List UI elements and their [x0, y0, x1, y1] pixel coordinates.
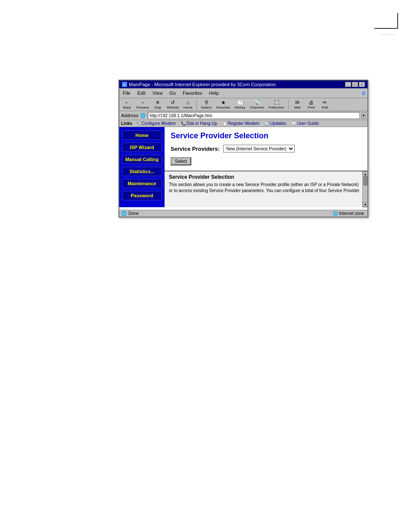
- user-guide-icon: 📖: [291, 121, 296, 126]
- sp-label: Service Providers:: [171, 146, 220, 152]
- title-bar-left: e MainPage - Microsoft Internet Explorer…: [122, 82, 276, 87]
- address-bar: Address 🌐 http://192.168.1.1/MainPage.ht…: [119, 111, 367, 120]
- updates-icon: 🔄: [265, 121, 269, 126]
- stop-button[interactable]: ✕ Stop: [152, 99, 164, 110]
- link-updates-label: Updates: [270, 121, 286, 126]
- status-zone-text: Internet zone: [339, 211, 364, 216]
- refresh-button[interactable]: ↺ Refresh: [165, 99, 180, 110]
- browser-window: e MainPage - Microsoft Internet Explorer…: [118, 80, 368, 218]
- menu-favorites[interactable]: Favorites: [181, 90, 204, 96]
- print-label: Print: [308, 106, 314, 109]
- home-icon: ⌂: [187, 100, 190, 106]
- channels-icon: 📡: [254, 100, 260, 106]
- nav-isp-wizard[interactable]: ISP Wizard: [122, 143, 162, 152]
- mail-icon: ✉: [295, 100, 299, 106]
- scrollbar-up-button[interactable]: ▲: [363, 171, 367, 177]
- status-left: 🌐 Done: [121, 211, 333, 216]
- ie-icon: e: [122, 82, 127, 87]
- nav-statistics[interactable]: Statistics...: [122, 167, 162, 176]
- refresh-label: Refresh: [167, 106, 179, 109]
- link-configure-modem-label: Configure Modem: [141, 121, 175, 126]
- left-nav: Home ISP Wizard Manual Calling Statistic…: [119, 127, 165, 207]
- link-user-guide-label: User Guide: [297, 121, 319, 126]
- corner-dots: .......: [382, 31, 396, 36]
- nav-home[interactable]: Home: [122, 131, 162, 140]
- home-label: Home: [184, 106, 193, 109]
- sp-dropdown[interactable]: New (Internet Service Provider): [223, 145, 295, 152]
- dial-icon: 📞: [181, 121, 186, 126]
- back-button[interactable]: ← Back: [121, 99, 133, 110]
- link-register-label: Register Modem: [228, 121, 259, 126]
- page-content: Home ISP Wizard Manual Calling Statistic…: [119, 127, 367, 207]
- print-icon: 🖨: [308, 100, 314, 106]
- status-done-icon: 🌐: [121, 211, 127, 216]
- bottom-panel-scrollbar[interactable]: ▲ ▼: [362, 171, 367, 207]
- link-configure-modem[interactable]: 🔧 Configure Modem: [134, 121, 177, 126]
- status-right: 🌐 Internet zone: [333, 211, 366, 216]
- menu-bar: File Edit View Go Favorites Help e: [119, 88, 367, 98]
- home-button[interactable]: ⌂ Home: [182, 99, 194, 110]
- minimize-button[interactable]: _: [345, 82, 351, 87]
- toolbar-sep-1: [196, 100, 197, 110]
- menu-go[interactable]: Go: [168, 90, 177, 96]
- menu-file[interactable]: File: [121, 90, 132, 96]
- link-dial-hang-up[interactable]: 📞 Dial or Hang Up: [179, 121, 219, 126]
- address-dropdown[interactable]: ▼: [361, 112, 366, 119]
- register-icon: 📋: [222, 121, 227, 126]
- search-button[interactable]: ⚲ Search: [199, 99, 213, 110]
- main-content-area: Service Provider Selection Service Provi…: [165, 127, 367, 207]
- bottom-panel-text: This section allows you to create a new …: [169, 182, 363, 194]
- link-dial-label: Dial or Hang Up: [187, 121, 217, 126]
- link-register-modem[interactable]: 📋 Register Modem: [221, 121, 261, 126]
- status-zone-icon: 🌐: [333, 211, 338, 216]
- link-updates[interactable]: 🔄 Updates: [263, 121, 288, 126]
- print-button[interactable]: 🖨 Print: [305, 99, 317, 110]
- stop-icon: ✕: [156, 100, 160, 106]
- nav-password[interactable]: Password: [122, 191, 162, 200]
- channels-button[interactable]: 📡 Channels: [249, 99, 266, 110]
- address-go-icon: 🌐: [140, 113, 146, 118]
- forward-button[interactable]: → Forward: [135, 99, 150, 110]
- scrollbar-down-button[interactable]: ▼: [363, 202, 367, 207]
- address-input[interactable]: http://192.168.1.1/MainPage.htm: [148, 112, 360, 119]
- address-value: http://192.168.1.1/MainPage.htm: [149, 113, 212, 118]
- link-user-guide[interactable]: 📖 User Guide: [290, 121, 321, 126]
- history-button[interactable]: 🕐 History: [234, 99, 247, 110]
- forward-icon: →: [140, 100, 145, 106]
- nav-manual-calling[interactable]: Manual Calling: [122, 155, 162, 164]
- menu-view[interactable]: View: [151, 90, 165, 96]
- menu-help[interactable]: Help: [207, 90, 221, 96]
- favorites-button[interactable]: ★ Favorites: [215, 99, 232, 110]
- fullscreen-button[interactable]: ⛶ Fullscreen: [267, 99, 286, 110]
- status-done-text: Done: [128, 211, 139, 216]
- address-label: Address: [121, 113, 138, 118]
- status-bar: 🌐 Done 🌐 Internet zone: [119, 210, 367, 217]
- close-button[interactable]: ×: [359, 82, 365, 87]
- mail-button[interactable]: ✉ Mail: [291, 99, 303, 110]
- back-icon: ←: [125, 100, 130, 106]
- channels-label: Channels: [250, 106, 265, 109]
- nav-maintenance[interactable]: Maintenance: [122, 179, 162, 188]
- edit-icon: ✏: [323, 100, 327, 106]
- fullscreen-icon: ⛶: [274, 100, 279, 106]
- configure-modem-icon: 🔧: [136, 121, 140, 126]
- title-bar-buttons: _ □ ×: [345, 82, 365, 87]
- select-button[interactable]: Select: [171, 157, 191, 165]
- page-title: Service Provider Selection: [171, 131, 361, 140]
- favorites-label: Favorites: [216, 106, 230, 109]
- mail-label: Mail: [294, 106, 301, 109]
- edit-button[interactable]: ✏ Edit: [319, 99, 331, 110]
- links-label: Links: [121, 121, 132, 126]
- stop-label: Stop: [154, 106, 161, 109]
- bottom-panel-title: Service Provider Selection: [169, 174, 363, 180]
- maximize-button[interactable]: □: [352, 82, 358, 87]
- ie-logo: e: [362, 89, 366, 97]
- edit-label: Edit: [322, 106, 328, 109]
- scrollbar-thumb[interactable]: [363, 177, 367, 186]
- toolbar: ← Back → Forward ✕ Stop ↺ Refresh ⌂ Home…: [119, 98, 367, 111]
- forward-label: Forward: [136, 106, 149, 109]
- history-label: History: [235, 106, 246, 109]
- links-bar: Links 🔧 Configure Modem 📞 Dial or Hang U…: [119, 120, 367, 127]
- browser-title: MainPage - Microsoft Internet Explorer p…: [129, 82, 276, 87]
- menu-edit[interactable]: Edit: [136, 90, 147, 96]
